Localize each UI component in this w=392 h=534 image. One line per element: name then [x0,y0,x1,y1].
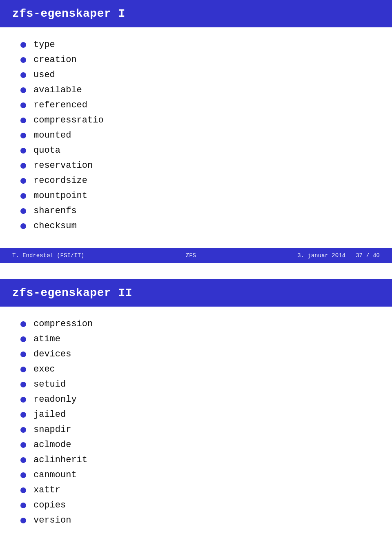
bullet-dot-icon [20,178,26,184]
bullet-dot-icon [20,42,26,48]
list-item: exec [20,364,372,374]
bullet-dot-icon [20,148,26,154]
list-item-label: type [33,40,55,50]
bullet-dot-icon [20,352,26,357]
list-item-label: jailed [33,409,66,420]
list-item: reservation [20,160,372,171]
list-item: checksum [20,221,372,231]
bullet-dot-icon [20,472,26,478]
bullet-dot-icon [20,382,26,387]
list-item: used [20,70,372,80]
list-item-label: available [33,85,82,95]
list-item-label: copies [33,500,66,510]
list-item: devices [20,349,372,359]
slide-1-header: zfs-egenskaper I [0,0,392,27]
bullet-dot-icon [20,412,26,418]
slide-1-footer-right: 3. januar 2014 37 / 40 [297,252,380,259]
list-item: recordsize [20,176,372,186]
slide-1-footer: T. Endrestøl (FSI/IT) ZFS 3. januar 2014… [0,248,392,263]
list-item-label: xattr [33,485,60,495]
list-item: creation [20,55,372,65]
list-item-label: sharenfs [33,206,77,216]
list-item-label: readonly [33,394,77,405]
list-item: xattr [20,485,372,495]
list-item: mounted [20,130,372,140]
list-item-label: compression [33,319,93,329]
list-item: available [20,85,372,95]
list-item-label: version [33,515,71,525]
list-item-label: mounted [33,130,71,140]
list-item: referenced [20,100,372,110]
slide-spacer [0,263,392,279]
slide-2-content: compressionatimedevicesexecsetuidreadonl… [0,307,392,534]
slide-1: zfs-egenskaper I typecreationusedavailab… [0,0,392,263]
bullet-dot-icon [20,487,26,493]
list-item-label: canmount [33,470,77,480]
list-item-label: devices [33,349,71,359]
bullet-dot-icon [20,208,26,214]
list-item: readonly [20,394,372,405]
list-item: atime [20,334,372,344]
bullet-dot-icon [20,427,26,433]
bullet-dot-icon [20,518,26,523]
list-item-label: aclinherit [33,455,87,465]
list-item-label: atime [33,334,60,344]
list-item: sharenfs [20,206,372,216]
list-item-label: quota [33,145,60,156]
list-item: jailed [20,409,372,420]
slide-1-list: typecreationusedavailablereferencedcompr… [20,40,372,231]
slide-2: zfs-egenskaper II compressionatimedevice… [0,279,392,534]
slide-1-content: typecreationusedavailablereferencedcompr… [0,27,392,244]
bullet-dot-icon [20,72,26,78]
slide-1-footer-left: T. Endrestøl (FSI/IT) [12,252,84,259]
bullet-dot-icon [20,87,26,93]
list-item-label: snapdir [33,425,71,435]
slide-2-header: zfs-egenskaper II [0,279,392,307]
list-item: mountpoint [20,191,372,201]
list-item-label: reservation [33,160,93,171]
slide-2-list: compressionatimedevicesexecsetuidreadonl… [20,319,372,525]
list-item: type [20,40,372,50]
list-item-label: mountpoint [33,191,87,201]
bullet-dot-icon [20,503,26,508]
bullet-dot-icon [20,133,26,138]
list-item-label: exec [33,364,55,374]
list-item: snapdir [20,425,372,435]
list-item: compression [20,319,372,329]
bullet-dot-icon [20,118,26,123]
bullet-dot-icon [20,193,26,199]
list-item: version [20,515,372,525]
bullet-dot-icon [20,442,26,448]
slide-1-footer-center: ZFS [186,252,196,259]
bullet-dot-icon [20,163,26,169]
bullet-dot-icon [20,397,26,403]
list-item: aclmode [20,440,372,450]
list-item-label: recordsize [33,176,87,186]
list-item-label: setuid [33,379,66,389]
list-item: aclinherit [20,455,372,465]
list-item: setuid [20,379,372,389]
list-item-label: used [33,70,55,80]
list-item: compressratio [20,115,372,125]
bullet-dot-icon [20,336,26,342]
bullet-dot-icon [20,57,26,63]
slide-1-title: zfs-egenskaper I [12,7,380,20]
slide-2-title: zfs-egenskaper II [12,287,380,299]
list-item-label: checksum [33,221,77,231]
list-item: copies [20,500,372,510]
list-item-label: compressratio [33,115,104,125]
bullet-dot-icon [20,321,26,327]
bullet-dot-icon [20,102,26,108]
bullet-dot-icon [20,367,26,372]
list-item: canmount [20,470,372,480]
list-item-label: referenced [33,100,87,110]
list-item: quota [20,145,372,156]
bullet-dot-icon [20,457,26,463]
list-item-label: aclmode [33,440,71,450]
bullet-dot-icon [20,223,26,229]
list-item-label: creation [33,55,77,65]
